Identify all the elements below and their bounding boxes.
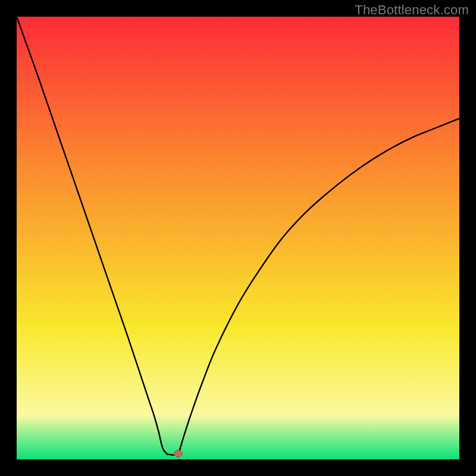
chart-frame bbox=[17, 17, 459, 459]
bottleneck-chart bbox=[17, 17, 459, 459]
minimum-marker bbox=[174, 450, 183, 457]
watermark-text: TheBottleneck.com bbox=[355, 2, 469, 18]
gradient-background bbox=[17, 17, 459, 459]
